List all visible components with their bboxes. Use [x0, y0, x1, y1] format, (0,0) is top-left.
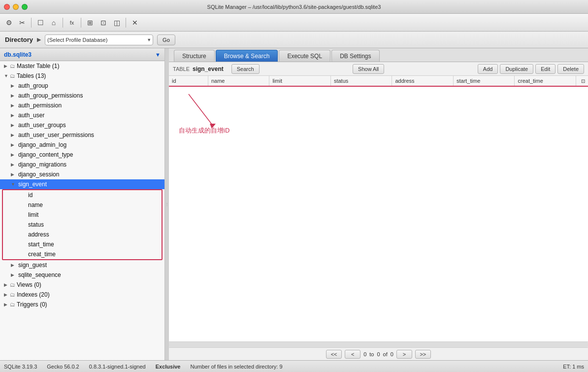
tree-toggle-icon: ▶: [4, 64, 10, 68]
sidebar-col-label: limit: [28, 211, 38, 218]
sidebar-item-django-admin-log[interactable]: ▶django_admin_log: [0, 140, 164, 150]
window-controls[interactable]: [4, 4, 28, 10]
col-header-creat-time[interactable]: creat_time: [515, 76, 576, 86]
sidebar-item-indexes--20-[interactable]: ▶🗂Indexes (20): [0, 290, 164, 300]
status-bar: SQLite 3.19.3 Gecko 56.0.2 0.8.3.1-signe…: [0, 360, 588, 372]
sidebar-item-triggers--0-[interactable]: ▶🗂Triggers (0): [0, 300, 164, 309]
search-button[interactable]: Search: [231, 64, 260, 74]
add-button[interactable]: Add: [478, 64, 498, 74]
sidebar-item-label: Triggers (0): [17, 301, 47, 308]
col-name-label: name: [211, 78, 225, 84]
horizontal-scrollbar[interactable]: [169, 341, 588, 347]
minimize-button[interactable]: [13, 4, 19, 10]
column-options-icon[interactable]: ⊡: [581, 78, 585, 84]
first-page-button[interactable]: <<: [326, 350, 342, 359]
profile-db-select[interactable]: (Select Profile Database): [45, 34, 153, 45]
tree-toggle-icon: ▼: [4, 73, 10, 78]
directory-arrow: ▶: [37, 36, 41, 43]
toolbar-separator-1: [31, 18, 32, 28]
table-label: TABLE: [173, 66, 190, 72]
col-header-start-time[interactable]: start_time: [454, 76, 515, 86]
sidebar-item-col-status[interactable]: status: [3, 220, 162, 230]
col-header-name[interactable]: name: [208, 76, 270, 86]
page-total: 0: [391, 351, 393, 357]
sidebar-item-auth-user[interactable]: ▶auth_user: [0, 110, 164, 120]
resize-handle[interactable]: ⋮: [165, 48, 169, 360]
pagination-bar: << < 0 to 0 of 0 > >>: [169, 347, 588, 360]
sidebar-item-auth-user-user-permissions[interactable]: ▶auth_user_user_permissions: [0, 130, 164, 140]
col-header-address[interactable]: address: [392, 76, 454, 86]
sidebar-item-label: sign_guest: [18, 262, 47, 269]
tree-toggle-icon: ▶: [11, 103, 17, 108]
last-page-button[interactable]: >>: [415, 350, 431, 359]
cut-icon[interactable]: ✂: [16, 17, 28, 29]
sidebar-item-col-id[interactable]: id: [3, 190, 162, 200]
profile-db-select-wrap[interactable]: (Select Profile Database) ▼: [45, 34, 153, 45]
sidebar-item-django-session[interactable]: ▶django_session: [0, 169, 164, 179]
panel-icon[interactable]: ◫: [111, 17, 123, 29]
preferences-icon[interactable]: ⚙: [3, 17, 15, 29]
tree-toggle-icon: ▶: [11, 162, 17, 167]
content-area: Structure Browse & Search Execute SQL DB…: [169, 48, 588, 360]
sidebar-item-label: auth_group: [18, 82, 48, 89]
show-all-button[interactable]: Show All: [353, 64, 384, 74]
next-page-button[interactable]: >: [396, 350, 412, 359]
sidebar-item-label: Indexes (20): [17, 291, 50, 298]
sidebar-item-auth-group[interactable]: ▶auth_group: [0, 81, 164, 91]
tree-toggle-icon: ▶: [11, 83, 17, 88]
tree-item-icon: 🗂: [10, 302, 15, 307]
sidebar-item-django-content-type[interactable]: ▶django_content_type: [0, 150, 164, 160]
go-button[interactable]: Go: [157, 34, 175, 45]
tabs-bar: Structure Browse & Search Execute SQL DB…: [169, 48, 588, 62]
toolbar-separator-4: [126, 18, 126, 28]
window-title: SQLite Manager – /usr/local/lib/python3.…: [207, 4, 381, 10]
grid-icon[interactable]: ⊞: [84, 17, 96, 29]
sidebar-item-col-name[interactable]: name: [3, 200, 162, 210]
sidebar-item-sign-event[interactable]: ▼sign_event: [0, 179, 164, 189]
sidebar-item-auth-permission[interactable]: ▶auth_permission: [0, 101, 164, 110]
tree-toggle-icon: ▶: [11, 263, 17, 268]
sidebar-item-col-limit[interactable]: limit: [3, 210, 162, 220]
tree-toggle-icon: ▶: [11, 152, 17, 157]
sidebar-item-sqlite-sequence[interactable]: ▶sqlite_sequence: [0, 270, 164, 280]
sidebar-item-sign-guest[interactable]: ▶sign_guest: [0, 260, 164, 270]
function-icon[interactable]: fx: [66, 17, 78, 29]
svg-line-0: [189, 94, 213, 126]
table-icon[interactable]: ⊡: [98, 17, 109, 29]
sign-event-columns-group: idnamelimitstatusaddressstart_timecreat_…: [2, 189, 163, 260]
table-toolbar: TABLE sign_event Search Show All Add Dup…: [169, 62, 588, 76]
col-header-id[interactable]: id: [169, 76, 208, 86]
col-header-limit[interactable]: limit: [269, 76, 331, 86]
col-header-status[interactable]: status: [331, 76, 392, 86]
tab-browse-search[interactable]: Browse & Search: [216, 50, 278, 62]
sidebar-item-views--0-[interactable]: ▶🗂Views (0): [0, 280, 164, 290]
delete-button[interactable]: Delete: [557, 64, 584, 74]
close-icon[interactable]: ✕: [129, 17, 141, 29]
sidebar-item-col-address[interactable]: address: [3, 230, 162, 239]
tab-execute-sql[interactable]: Execute SQL: [279, 50, 330, 62]
toolbar-separator-2: [63, 18, 63, 28]
tree-toggle-icon: ▶: [11, 272, 17, 277]
prev-page-button[interactable]: <: [345, 350, 360, 359]
maximize-button[interactable]: [22, 4, 28, 10]
sidebar-db-name[interactable]: db.sqlite3 ▼: [0, 48, 164, 61]
sidebar-item-tables--13-[interactable]: ▼🗂Tables (13): [0, 71, 164, 81]
open-icon[interactable]: ⌂: [48, 17, 60, 29]
sidebar-item-col-creat_time[interactable]: creat_time: [3, 249, 162, 259]
col-id-label: id: [172, 78, 176, 84]
sidebar-item-django-migrations[interactable]: ▶django_migrations: [0, 160, 164, 169]
new-icon[interactable]: ☐: [34, 17, 46, 29]
tree-toggle-icon: ▶: [11, 113, 17, 118]
sidebar-item-auth-group-permissions[interactable]: ▶auth_group_permissions: [0, 91, 164, 101]
sidebar: db.sqlite3 ▼ ▶🗂Master Table (1)▼🗂Tables …: [0, 48, 165, 360]
annotation-text: 自动生成的自增iD: [179, 126, 229, 135]
sidebar-item-auth-user-groups[interactable]: ▶auth_user_groups: [0, 120, 164, 130]
duplicate-button[interactable]: Duplicate: [500, 64, 533, 74]
tab-db-settings[interactable]: DB Settings: [331, 50, 379, 62]
close-button[interactable]: [4, 4, 10, 10]
tab-structure[interactable]: Structure: [174, 50, 215, 62]
sidebar-item-master-table--1-[interactable]: ▶🗂Master Table (1): [0, 61, 164, 71]
edit-button[interactable]: Edit: [535, 64, 555, 74]
sidebar-item-col-start_time[interactable]: start_time: [3, 239, 162, 249]
main-layout: db.sqlite3 ▼ ▶🗂Master Table (1)▼🗂Tables …: [0, 48, 588, 360]
